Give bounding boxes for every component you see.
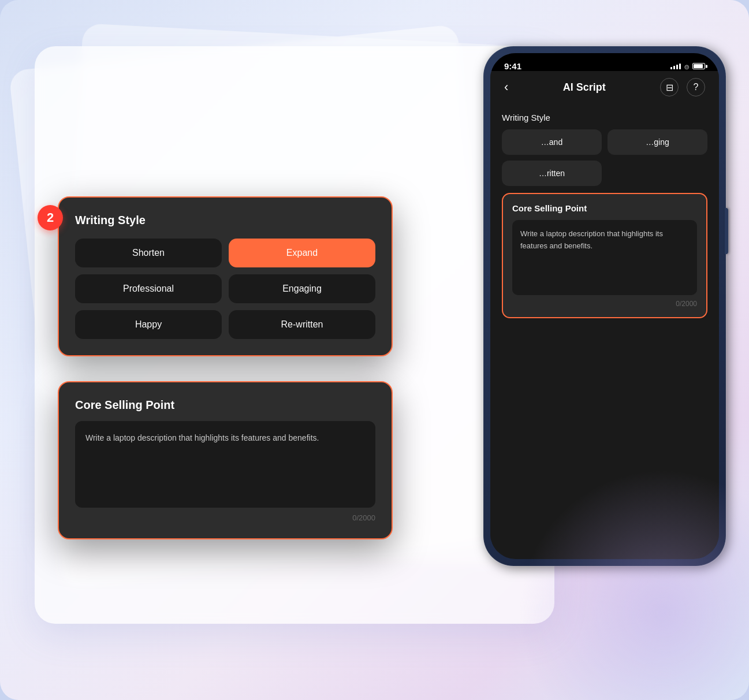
notch <box>570 53 639 70</box>
option-expand[interactable]: Expand <box>229 239 375 267</box>
phone-side-button <box>725 208 728 254</box>
signal-icon <box>670 64 681 69</box>
chat-icon-button[interactable]: ⊟ <box>660 78 679 96</box>
help-icon: ? <box>694 82 699 92</box>
battery-icon <box>692 63 705 69</box>
phone-style-ging[interactable]: …ging <box>608 129 707 155</box>
phone-selling-section: Core Selling Point Write a laptop descri… <box>502 193 707 318</box>
signal-bar-1 <box>670 67 672 69</box>
option-rewritten[interactable]: Re-written <box>229 310 375 339</box>
selling-card-textarea: Write a laptop description that highligh… <box>75 421 375 508</box>
selling-placeholder: Write a laptop description that highligh… <box>85 433 319 442</box>
status-icons: ⌾ <box>670 62 705 71</box>
phone-body: 9:41 ⌾ ‹ AI Scri <box>483 46 726 566</box>
phone-style-grid: …and …ging …ritten <box>502 129 707 186</box>
phone-selling-textarea[interactable]: Write a laptop description that highligh… <box>512 220 697 295</box>
nav-title: AI Script <box>563 81 606 94</box>
nav-action-icons: ⊟ ? <box>660 78 705 96</box>
battery-fill <box>694 64 703 68</box>
option-shorten[interactable]: Shorten <box>75 239 222 267</box>
phone-char-count: 0/2000 <box>512 300 697 308</box>
selling-char-count: 0/2000 <box>75 513 375 522</box>
phone-selling-placeholder: Write a laptop description that highligh… <box>520 229 663 250</box>
signal-bar-4 <box>679 64 681 69</box>
signal-bar-2 <box>673 66 675 69</box>
phone-style-and[interactable]: …and <box>502 129 602 155</box>
help-icon-button[interactable]: ? <box>687 78 705 96</box>
step-number: 2 <box>47 210 54 225</box>
phone-selling-title: Core Selling Point <box>512 203 697 213</box>
option-happy[interactable]: Happy <box>75 310 222 339</box>
writing-style-options: Shorten Expand Professional Engaging Hap… <box>75 239 375 339</box>
signal-bar-3 <box>676 65 678 69</box>
option-professional[interactable]: Professional <box>75 274 222 303</box>
step-badge: 2 <box>38 205 63 230</box>
core-selling-card: Core Selling Point Write a laptop descri… <box>58 381 393 539</box>
phone-mockup: 9:41 ⌾ ‹ AI Scri <box>483 46 726 653</box>
chat-icon: ⊟ <box>666 82 673 93</box>
wifi-icon: ⌾ <box>684 62 689 71</box>
phone-nav: ‹ AI Script ⊟ ? <box>490 71 719 103</box>
phone-style-ritten[interactable]: …ritten <box>502 161 602 186</box>
selling-card-title: Core Selling Point <box>75 399 375 412</box>
option-engaging[interactable]: Engaging <box>229 274 375 303</box>
writing-style-label: Writing Style <box>502 113 707 122</box>
phone-content: Writing Style …and …ging …ritten Core Se… <box>490 103 719 552</box>
status-time: 9:41 <box>504 61 521 71</box>
nav-back-button[interactable]: ‹ <box>504 80 508 95</box>
writing-style-card-title: Writing Style <box>75 214 375 227</box>
writing-style-card: Writing Style Shorten Expand Professiona… <box>58 196 393 356</box>
phone-screen: 9:41 ⌾ ‹ AI Scri <box>490 53 719 559</box>
status-bar: 9:41 ⌾ <box>490 53 719 71</box>
